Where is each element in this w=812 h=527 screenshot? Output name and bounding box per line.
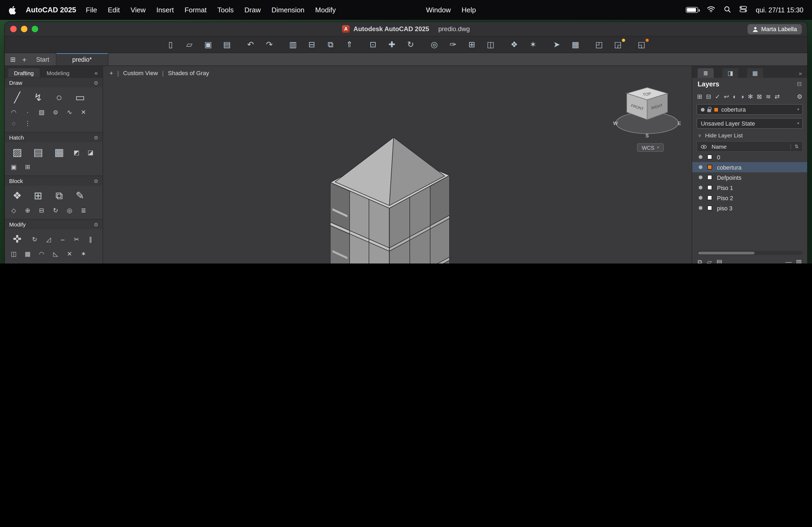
panel-header-block[interactable]: Block⚙	[5, 176, 103, 186]
layer-unisolate-icon[interactable]: ◑	[740, 93, 744, 100]
menu-window[interactable]: Window	[426, 6, 451, 14]
layer-row-piso-1[interactable]: Piso 1	[692, 182, 807, 193]
layer-color-swatch[interactable]	[707, 195, 712, 200]
menu-dimension[interactable]: Dimension	[272, 6, 305, 14]
hatch-lines-tool[interactable]: ▤	[29, 144, 47, 161]
layer-lock-icon[interactable]: ⊠	[757, 93, 762, 100]
attach-reference-tool[interactable]: ◇	[8, 206, 19, 215]
new-layer-icon[interactable]: ⊞	[697, 93, 702, 100]
edit-attribute-tool[interactable]: ≣	[78, 206, 89, 215]
spotlight-search-icon[interactable]	[724, 6, 731, 14]
rotate-tool[interactable]: ↻	[29, 235, 40, 244]
menubar-app-name[interactable]: AutoCAD 2025	[26, 6, 76, 14]
hatch-origin-tool[interactable]: ◩	[71, 148, 82, 157]
insert-block-tool-tool[interactable]: ❖	[8, 188, 26, 204]
layout-manager-icon[interactable]: ◱	[636, 40, 647, 49]
create-block-tool[interactable]: ⊞	[29, 188, 47, 204]
layer-filters-icon[interactable]: ▤	[716, 258, 722, 264]
layer-row-defpoints[interactable]: Defpoints	[692, 172, 807, 182]
layer-row-piso-2[interactable]: Piso 2	[692, 193, 807, 203]
layers-palette-tab[interactable]: ≣	[698, 68, 714, 78]
new-file-icon[interactable]: ▯	[165, 40, 176, 49]
construction-line-tool[interactable]: ✕	[78, 108, 89, 117]
sync-attributes-tool[interactable]: ↻	[50, 206, 61, 215]
set-base-point-tool[interactable]: ◎	[64, 206, 75, 215]
array-tool[interactable]: ▦	[22, 250, 33, 259]
design-center-icon[interactable]: ◫	[485, 40, 496, 49]
offset-tool[interactable]: ∥	[85, 235, 96, 244]
layer-previous-icon[interactable]: ↩	[724, 93, 729, 100]
gear-icon[interactable]: ⚙	[94, 178, 98, 184]
spline-tool[interactable]: ∿	[64, 108, 75, 117]
trim-tool[interactable]: ✂	[71, 235, 82, 244]
block-editor-tool[interactable]: ✎	[71, 188, 89, 204]
save-icon[interactable]: ▣	[203, 40, 214, 49]
viewport-menu-button[interactable]: +	[110, 70, 113, 76]
layer-isolate-icon[interactable]: ◐	[733, 93, 737, 100]
rectangle-tool[interactable]: ▭	[71, 90, 89, 106]
control-center-icon[interactable]	[740, 6, 747, 14]
write-block-tool[interactable]: ⧉	[50, 188, 68, 204]
layer-color-swatch[interactable]	[707, 185, 712, 190]
undo-icon[interactable]: ↶	[245, 40, 256, 49]
materials-palette-tab[interactable]: ▦	[747, 68, 763, 78]
palette-collapse-button[interactable]: «	[95, 70, 99, 77]
hide-layer-list-toggle[interactable]: ∨ Hide Layer List	[692, 131, 807, 140]
palette-tabs-overflow-icon[interactable]: »	[799, 70, 802, 78]
minimize-button[interactable]	[21, 26, 27, 32]
menu-insert[interactable]: Insert	[156, 6, 174, 14]
zoom-button[interactable]	[32, 26, 38, 32]
explode-tool-tool[interactable]: ✶	[78, 250, 89, 259]
open-file-icon[interactable]: ▱	[184, 40, 195, 49]
layer-list-hscrollbar[interactable]	[697, 251, 802, 255]
layer-color-swatch[interactable]	[707, 175, 712, 180]
join-tool[interactable]: ⋈	[8, 261, 19, 264]
view-name-control[interactable]: Custom View	[123, 70, 158, 76]
gear-icon[interactable]: ⚙	[94, 221, 98, 227]
layer-list-header[interactable]: Name ⇅	[697, 141, 803, 152]
wcs-dropdown[interactable]: WCS	[637, 143, 664, 152]
share-icon[interactable]: ➤	[551, 40, 562, 49]
menu-tools[interactable]: Tools	[218, 6, 234, 14]
layer-color-swatch[interactable]	[707, 206, 712, 210]
manage-attributes-tool[interactable]: ⊟	[36, 206, 47, 215]
chamfer-tool[interactable]: ◺	[50, 250, 61, 259]
mirror-tool[interactable]: ◫	[8, 250, 19, 259]
drawing-viewport[interactable]: + | Custom View | Shades of Gray W S E T…	[103, 66, 692, 264]
name-column-header[interactable]: Name	[712, 143, 727, 150]
collapse-list-icon[interactable]: —	[785, 259, 792, 264]
menu-help[interactable]: Help	[462, 6, 476, 14]
fillet-tool[interactable]: ◠	[36, 250, 47, 259]
menu-view[interactable]: View	[130, 6, 146, 14]
ellipse-tool[interactable]: ⊜	[50, 108, 61, 117]
drawing-tab-predio[interactable]: predio*	[56, 53, 108, 65]
match-properties-icon[interactable]: ✑	[448, 40, 458, 49]
menu-format[interactable]: Format	[185, 6, 206, 14]
circle-tool[interactable]: ○	[50, 90, 68, 106]
explode-icon[interactable]: ✶	[528, 40, 538, 49]
layer-states-icon-icon[interactable]: ≋	[766, 93, 771, 100]
current-layer-dropdown[interactable]: cobertura	[697, 104, 803, 115]
hatch-solid-tool[interactable]: ▣	[8, 163, 19, 172]
close-button[interactable]	[10, 26, 17, 32]
start-tab[interactable]: Start	[36, 53, 49, 65]
column-options-icon[interactable]: ▥	[796, 258, 802, 264]
delete-layer-icon[interactable]: ⊟	[706, 93, 711, 100]
plot-icon[interactable]: ▥	[288, 40, 298, 49]
erase-tool[interactable]: ✕	[64, 250, 75, 259]
layer-row-0[interactable]: 0	[692, 152, 807, 162]
layer-states-manager-icon[interactable]: ⧉	[698, 258, 702, 264]
layer-settings-icon[interactable]: ⚙	[797, 93, 802, 100]
hatch-gradient-tool[interactable]: ▦	[50, 144, 68, 161]
layer-freeze-icon[interactable]: ✻	[748, 93, 753, 100]
apple-menu-icon[interactable]	[9, 6, 16, 14]
layer-merge-icon[interactable]: ⇄	[775, 93, 780, 100]
redo-icon[interactable]: ↷	[264, 40, 275, 49]
move-tool[interactable]: ✜	[8, 231, 26, 247]
line-tool[interactable]: ╱	[8, 90, 26, 106]
tab-overview-icon[interactable]: ⊞	[10, 53, 16, 65]
new-group-filter-icon[interactable]: ▱	[707, 258, 712, 264]
panel-header-draw[interactable]: Draw⚙	[5, 78, 103, 88]
page-setup-icon[interactable]: ⧉	[325, 40, 336, 49]
scale-tool[interactable]: ◿	[43, 235, 54, 244]
